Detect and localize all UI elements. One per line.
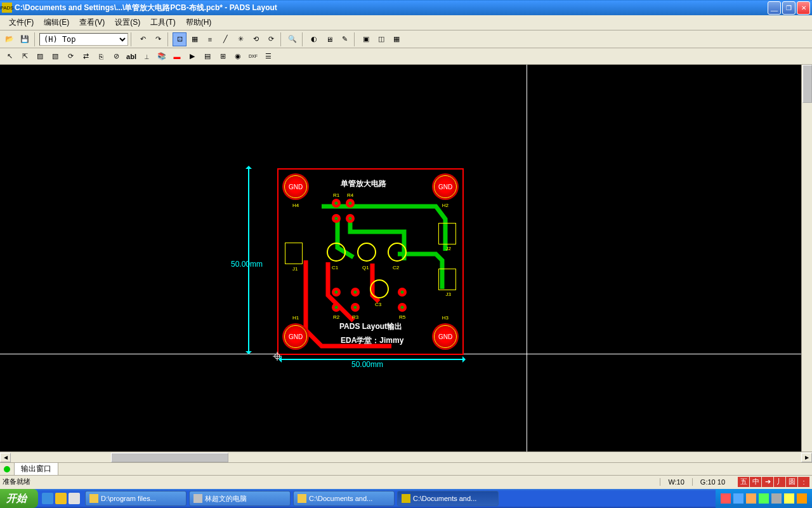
mounting-hole-h3[interactable]: GND <box>432 323 459 350</box>
zoom-window-icon[interactable]: ⊡ <box>173 32 187 46</box>
menu-tools[interactable]: 工具(T) <box>145 16 180 29</box>
mirror-icon[interactable]: ⇄ <box>79 50 93 64</box>
minimize-button[interactable]: __ <box>768 1 781 15</box>
mounting-hole-h4[interactable]: GND <box>282 173 309 200</box>
tray-icon-1[interactable] <box>721 493 731 504</box>
open-icon[interactable]: 📂 <box>3 32 16 46</box>
tray-icon-7[interactable] <box>797 493 807 504</box>
layers-icon[interactable]: ≡ <box>203 32 217 46</box>
transistor-q1[interactable] <box>357 243 376 262</box>
tray-icon-2[interactable] <box>733 493 743 504</box>
redo-icon[interactable]: ↷ <box>151 32 165 46</box>
header-j1[interactable] <box>285 243 303 264</box>
search-icon[interactable]: 🔍 <box>285 32 299 46</box>
report-icon[interactable]: ▤ <box>200 50 214 64</box>
menu-file[interactable]: 文件(F) <box>4 16 39 29</box>
mounting-hole-h2[interactable]: GND <box>432 173 459 200</box>
delete-icon[interactable]: ⊘ <box>109 50 123 64</box>
window-icon[interactable]: ▣ <box>359 32 373 46</box>
panel-icon[interactable]: ◫ <box>374 32 388 46</box>
refresh-icon[interactable]: ✳ <box>233 32 247 46</box>
drc-icon[interactable]: ▬ <box>170 50 184 64</box>
pad-r1b[interactable] <box>332 214 341 223</box>
menu-edit[interactable]: 编辑(E) <box>39 16 74 29</box>
copy-icon[interactable]: ⎘ <box>94 50 108 64</box>
horizontal-scroll-thumb[interactable] <box>111 453 228 462</box>
cap-c3[interactable] <box>370 279 389 298</box>
scroll-right-icon[interactable]: ▶ <box>801 453 812 462</box>
ie-icon[interactable] <box>42 493 53 504</box>
start-button[interactable]: 开始 <box>0 489 38 508</box>
pad-r3a[interactable] <box>351 288 360 297</box>
text-icon[interactable]: abl <box>124 50 138 64</box>
pcb-board[interactable]: GND H4 GND H2 GND H1 GND H3 单管放大电路 PADS … <box>277 168 464 355</box>
dxf-icon[interactable]: DXF <box>246 50 260 64</box>
menu-help[interactable]: 帮助(H) <box>181 16 217 29</box>
measure-icon[interactable]: ╱ <box>218 32 232 46</box>
cap-c2[interactable] <box>388 243 407 262</box>
pad-r4a[interactable] <box>346 199 355 208</box>
ime-char-4[interactable]: 丿 <box>774 477 785 487</box>
scroll-left-icon[interactable]: ◀ <box>0 453 11 462</box>
forward-icon[interactable]: ⟳ <box>264 32 278 46</box>
vertical-scrollbar[interactable] <box>801 65 812 451</box>
vertical-scroll-thumb[interactable] <box>802 65 812 103</box>
hatch2-icon[interactable]: ▧ <box>48 50 62 64</box>
cap-c1[interactable] <box>327 243 346 262</box>
undo-icon[interactable]: ↶ <box>136 32 150 46</box>
grid-icon[interactable]: ▦ <box>188 32 202 46</box>
dimension-icon[interactable]: ⟂ <box>140 50 154 64</box>
ime-char-3[interactable]: ➔ <box>762 477 773 487</box>
taskbar-button-2[interactable]: 林超文的电脑 <box>189 491 291 506</box>
library-icon[interactable]: 📚 <box>155 50 169 64</box>
header-j2[interactable] <box>438 223 456 244</box>
taskbar-button-3[interactable]: C:\Documents and... <box>293 491 395 506</box>
ime-char-5[interactable]: 圆 <box>786 477 797 487</box>
taskbar-button-1[interactable]: D:\program files... <box>85 491 187 506</box>
pad-r5b[interactable] <box>398 303 407 312</box>
pad-r4b[interactable] <box>346 214 355 223</box>
list-icon[interactable]: ☰ <box>261 50 275 64</box>
output-tab[interactable]: 输出窗口 <box>14 462 58 476</box>
select-icon[interactable]: ↖ <box>3 50 16 64</box>
pad-r2a[interactable] <box>332 288 341 297</box>
menu-view[interactable]: 查看(V) <box>74 16 110 29</box>
output-icon[interactable]: ▦ <box>390 32 403 46</box>
horizontal-scrollbar[interactable]: ◀ ▶ <box>0 451 812 462</box>
close-button[interactable]: ✕ <box>797 1 810 15</box>
hatch1-icon[interactable]: ▨ <box>33 50 47 64</box>
filter-icon[interactable]: ◐ <box>307 32 321 46</box>
back-icon[interactable]: ⟲ <box>249 32 263 46</box>
app2-icon[interactable] <box>69 493 80 504</box>
move-icon[interactable]: ⇱ <box>18 50 32 64</box>
cam-icon[interactable]: ◉ <box>231 50 245 64</box>
flag-icon[interactable]: ▶ <box>185 50 199 64</box>
taskbar-button-4[interactable]: C:\Documents and... <box>397 491 499 506</box>
eco-icon[interactable]: ⊞ <box>216 50 230 64</box>
highlight-icon[interactable]: ✎ <box>337 32 351 46</box>
pad-r5a[interactable] <box>398 288 407 297</box>
ime-indicator[interactable]: 五 中 ➔ 丿 圆 : <box>738 477 809 487</box>
display-icon[interactable]: 🖥 <box>322 32 336 46</box>
maximize-button[interactable]: ❐ <box>782 1 796 15</box>
pad-r1a[interactable] <box>332 199 341 208</box>
design-canvas[interactable]: 50.00mm 50.00mm GND H4 GND H2 GND H1 GND… <box>0 65 812 451</box>
app1-icon[interactable] <box>55 493 67 504</box>
save-icon[interactable]: 💾 <box>18 32 32 46</box>
system-tray[interactable] <box>716 489 812 508</box>
layer-selector[interactable]: (H) Top <box>39 33 128 46</box>
tray-icon-6[interactable] <box>784 493 794 504</box>
menu-setup[interactable]: 设置(S) <box>110 16 145 29</box>
tray-icon-5[interactable] <box>771 493 782 504</box>
tray-icon-3[interactable] <box>746 493 756 504</box>
ime-char-1[interactable]: 五 <box>738 477 749 487</box>
header-j3[interactable] <box>438 269 456 290</box>
ref-h4: H4 <box>292 203 299 208</box>
tray-icon-4[interactable] <box>759 493 769 504</box>
rotate-icon[interactable]: ⟳ <box>63 50 77 64</box>
pad-r3b[interactable] <box>351 303 360 312</box>
ime-char-2[interactable]: 中 <box>750 477 761 487</box>
ime-char-6[interactable]: : <box>798 477 809 487</box>
mounting-hole-h1[interactable]: GND <box>282 323 309 350</box>
pad-r2b[interactable] <box>332 303 341 312</box>
